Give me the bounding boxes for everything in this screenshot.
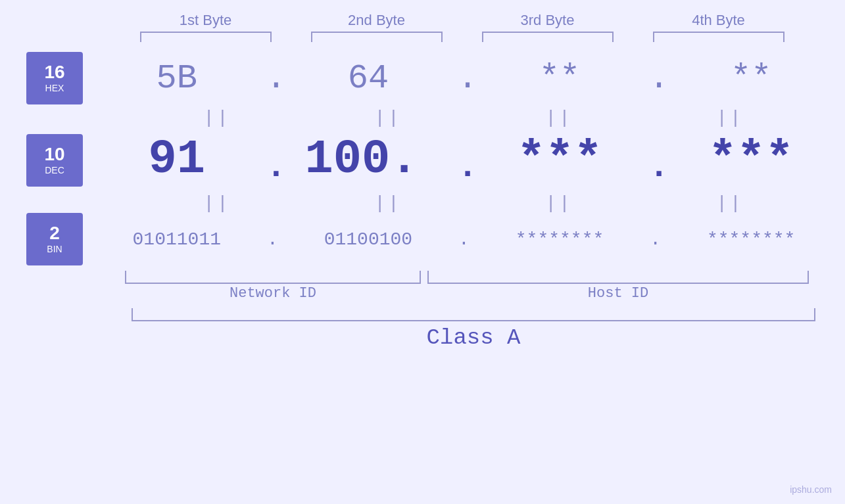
top-bracket-row [120,32,804,42]
bottom-brackets [132,271,815,284]
header-byte3: 3rd Byte [475,12,620,29]
eq2-b3: || [487,193,631,214]
bin-b4: ******** [679,229,823,250]
outer-bracket [132,308,815,321]
dec-b3: *** [487,133,632,187]
eq1-b3: || [487,108,631,128]
equals-row-2: || || || || [132,193,815,213]
eq2-b2: || [316,193,460,214]
dec-b4: *** [679,133,823,187]
bin-row: 2 BIN 01011011 . 01100100 . ******** . *… [0,213,845,265]
hex-dot2: . [457,59,470,98]
host-id-label: Host ID [427,285,809,302]
bin-base-number: 2 [49,224,60,242]
bin-base-label: BIN [47,244,62,254]
bin-base-box: 2 BIN [26,213,83,265]
dec-b1: 91 [105,133,249,187]
hex-b4: ** [679,59,823,98]
main-container: 1st Byte 2nd Byte 3rd Byte 4th Byte 16 H… [0,0,845,504]
eq1-b2: || [316,108,460,128]
class-label: Class A [132,325,815,350]
eq1-b1: || [145,108,289,128]
header-byte1: 1st Byte [133,12,278,29]
hex-base-number: 16 [44,63,64,81]
hex-b2: 64 [296,59,441,98]
dec-values: 91 . 100. . *** . *** [83,128,845,193]
bracket-byte3 [482,32,614,42]
dec-dot2: . [457,148,470,187]
bin-dot2: . [457,229,470,250]
bin-values: 01011011 . 01100100 . ******** . *******… [83,229,845,250]
bin-dot3: . [649,229,662,250]
bin-b1: 01011011 [105,229,249,250]
bracket-labels: Network ID Host ID [132,285,815,302]
eq2-b4: || [658,193,802,214]
dec-row: 10 DEC 91 . 100. . *** . *** [0,127,845,193]
dec-base-box: 10 DEC [26,134,83,187]
bracket-byte4 [653,32,785,42]
hex-dot3: . [649,59,662,98]
dec-dot1: . [266,148,279,187]
dec-dot3: . [649,148,662,187]
dec-base-number: 10 [44,145,64,164]
bin-b2: 01100100 [296,229,441,250]
hex-b1: 5B [105,59,249,98]
dec-b2: 100. [289,133,434,187]
hex-base-box: 16 HEX [26,52,83,104]
bin-dot1: . [266,229,279,250]
network-bracket [125,271,421,284]
bin-b3: ******** [487,229,632,250]
equals-row-1: || || || || [132,108,815,127]
byte-headers: 1st Byte 2nd Byte 3rd Byte 4th Byte [120,12,804,29]
hex-base-label: HEX [45,83,64,93]
bracket-byte2 [311,32,443,42]
hex-values: 5B . 64 . ** . ** [83,59,845,98]
bracket-byte1 [140,32,272,42]
hex-row: 16 HEX 5B . 64 . ** . ** [0,49,845,108]
host-bracket [427,271,809,284]
hex-dot1: . [266,59,279,98]
eq1-b4: || [658,108,802,128]
header-byte4: 4th Byte [646,12,791,29]
eq2-b1: || [145,193,289,214]
hex-b3: ** [487,59,632,98]
watermark: ipshu.com [790,484,832,495]
dec-base-label: DEC [45,165,64,175]
header-byte2: 2nd Byte [304,12,449,29]
network-id-label: Network ID [125,285,421,302]
